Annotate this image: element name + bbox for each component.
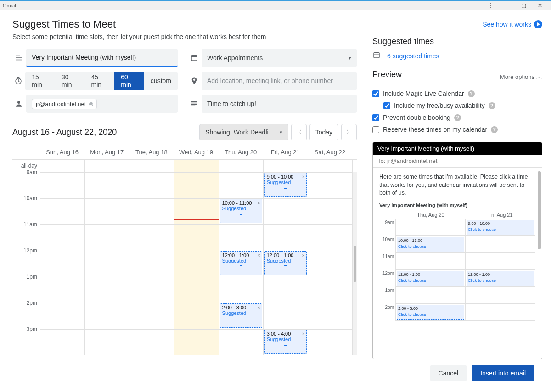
event-remove-icon[interactable]: × — [302, 252, 304, 258]
attendee-chip-label: jr@androidintel.net — [36, 101, 86, 107]
allday-cell[interactable] — [84, 160, 129, 172]
prev-week-button[interactable]: 〈 — [291, 124, 307, 140]
duration-option-60min[interactable]: 60 min — [114, 72, 144, 90]
more-options-toggle[interactable]: More options ︿ — [500, 73, 542, 81]
person-icon — [12, 95, 25, 113]
window-close-icon[interactable]: ✕ — [532, 2, 548, 9]
suggested-event[interactable]: 12:00 - 1:00Suggested=× — [264, 251, 307, 275]
allday-cell[interactable] — [308, 160, 352, 172]
event-remove-icon[interactable]: × — [257, 200, 260, 206]
day-column[interactable] — [84, 172, 129, 355]
mini-day-header: Thu, Aug 20 — [396, 212, 466, 218]
help-icon[interactable]: ? — [489, 102, 495, 109]
location-placeholder: Add location, meeting link, or phone num… — [207, 77, 333, 84]
mini-suggested-event[interactable]: 2:00 - 3:00Click to choose — [397, 305, 464, 320]
allday-cell[interactable] — [263, 160, 308, 172]
mini-cell[interactable] — [465, 236, 535, 253]
day-header: Thu, Aug 20 — [219, 149, 263, 156]
mini-suggested-event[interactable]: 12:00 - 1:00Click to choose — [397, 271, 464, 286]
day-column[interactable]: 10:00 - 11:00Suggested=×12:00 - 1:00Sugg… — [219, 172, 263, 355]
duration-option-45min[interactable]: 45 min — [85, 72, 115, 90]
allday-cell[interactable] — [174, 160, 218, 172]
duration-option-15min[interactable]: 15 min — [25, 72, 55, 90]
event-remove-icon[interactable]: × — [257, 252, 260, 258]
suggested-event[interactable]: 2:00 - 3:00Suggested=× — [220, 303, 262, 328]
chip-remove-icon[interactable]: ⊗ — [89, 101, 94, 107]
duration-option-30min[interactable]: 30 min — [55, 72, 85, 90]
window-title: Gmail — [3, 3, 16, 8]
day-column[interactable] — [129, 172, 174, 355]
cancel-button[interactable]: Cancel — [430, 365, 467, 381]
description-icon — [188, 95, 201, 113]
day-column[interactable] — [174, 172, 218, 355]
mini-cell[interactable] — [395, 287, 466, 304]
mini-cell[interactable]: 9:00 - 10:00Click to choose — [465, 219, 535, 236]
reserve-checkbox[interactable] — [372, 126, 379, 133]
more-vert-icon[interactable]: ⋮ — [482, 2, 499, 9]
email-intro: Here are some times that I'm available. … — [379, 173, 535, 197]
calendar-select[interactable]: Work Appointments ▾ — [202, 49, 357, 67]
mini-cell[interactable]: 2:00 - 3:00Click to choose — [395, 304, 466, 321]
calendar-scrollbar[interactable] — [352, 172, 357, 355]
window-maximize-icon[interactable]: ▢ — [515, 2, 532, 9]
allday-cell[interactable] — [40, 160, 84, 172]
meeting-title-input[interactable]: Very Important Meeting (with myself) — [26, 49, 178, 67]
day-column[interactable] — [40, 172, 84, 355]
page-title: Suggest Times to Meet — [12, 18, 357, 30]
include-magic-checkbox[interactable] — [372, 90, 379, 97]
clock-icon — [12, 72, 24, 90]
day-header: Wed, Aug 19 — [174, 149, 218, 156]
day-header: Sun, Aug 16 — [40, 149, 84, 156]
mini-suggested-event[interactable]: 9:00 - 10:00Click to choose — [467, 220, 534, 235]
mini-cell[interactable] — [395, 253, 466, 270]
option-include-magic[interactable]: Include Magic Live Calendar ? — [372, 88, 542, 100]
mini-cell[interactable]: 12:00 - 1:00Click to choose — [395, 270, 466, 287]
include-freebusy-checkbox[interactable] — [383, 102, 390, 109]
window-minimize-icon[interactable]: — — [499, 2, 515, 9]
next-week-button[interactable]: 〉 — [341, 124, 357, 140]
suggested-event[interactable]: 9:00 - 10:00Suggested=× — [264, 173, 307, 197]
suggested-count-link[interactable]: 6 suggested times — [387, 52, 439, 60]
option-prevent-double[interactable]: Prevent double booking ? — [372, 112, 542, 123]
prevent-double-checkbox[interactable] — [372, 114, 379, 121]
title-icon — [12, 49, 25, 67]
today-button[interactable]: Today — [309, 124, 338, 140]
preview-scrollbar[interactable] — [538, 171, 541, 249]
suggested-event[interactable]: 10:00 - 11:00Suggested=× — [220, 199, 262, 223]
help-icon[interactable]: ? — [491, 126, 498, 133]
mini-suggested-event[interactable]: 10:00 - 11:00Click to choose — [397, 237, 464, 252]
description-input[interactable]: Time to catch up! — [202, 95, 357, 113]
event-remove-icon[interactable]: × — [302, 331, 304, 336]
day-column[interactable] — [308, 172, 352, 355]
attendees-input[interactable]: jr@androidintel.net ⊗ — [26, 95, 178, 113]
svg-rect-3 — [374, 53, 379, 58]
mini-suggested-event[interactable]: 12:00 - 1:00Click to choose — [467, 271, 534, 286]
mini-time-label: 11am — [379, 253, 396, 270]
location-input[interactable]: Add location, meeting link, or phone num… — [202, 72, 357, 90]
chevron-down-icon: ▾ — [280, 129, 282, 135]
allday-cell[interactable] — [219, 160, 263, 172]
duration-option-custom[interactable]: custom — [144, 72, 178, 90]
option-include-freebusy[interactable]: Include my free/busy availability ? — [383, 100, 542, 112]
mini-cell[interactable] — [465, 304, 535, 321]
attendee-chip[interactable]: jr@androidintel.net ⊗ — [32, 99, 97, 109]
option-reserve[interactable]: Reserve these times on my calendar ? — [372, 123, 542, 135]
mini-cell[interactable]: 10:00 - 11:00Click to choose — [395, 236, 466, 253]
suggested-event[interactable]: 3:00 - 4:00Suggested=× — [264, 330, 307, 354]
help-icon[interactable]: ? — [468, 90, 475, 97]
allday-cell[interactable] — [129, 160, 174, 172]
event-remove-icon[interactable]: × — [302, 174, 304, 179]
see-how-link[interactable]: See how it works — [372, 20, 542, 28]
email-mini-title: Very Important Meeting (with myself) — [379, 202, 535, 209]
event-remove-icon[interactable]: × — [257, 305, 260, 310]
suggested-event[interactable]: 12:00 - 1:00Suggested=× — [220, 251, 262, 275]
day-column[interactable]: 9:00 - 10:00Suggested=×12:00 - 1:00Sugge… — [263, 172, 308, 355]
calendar-filter-select[interactable]: Showing: Work Deadli… ▾ — [199, 124, 288, 140]
mini-cell[interactable] — [465, 253, 535, 270]
insert-email-button[interactable]: Insert into email — [472, 365, 534, 381]
help-icon[interactable]: ? — [454, 114, 461, 121]
calendar-badge-icon — [372, 51, 381, 61]
mini-cell[interactable]: 12:00 - 1:00Click to choose — [465, 270, 535, 287]
mini-cell[interactable] — [465, 287, 535, 304]
mini-cell[interactable] — [395, 219, 466, 236]
